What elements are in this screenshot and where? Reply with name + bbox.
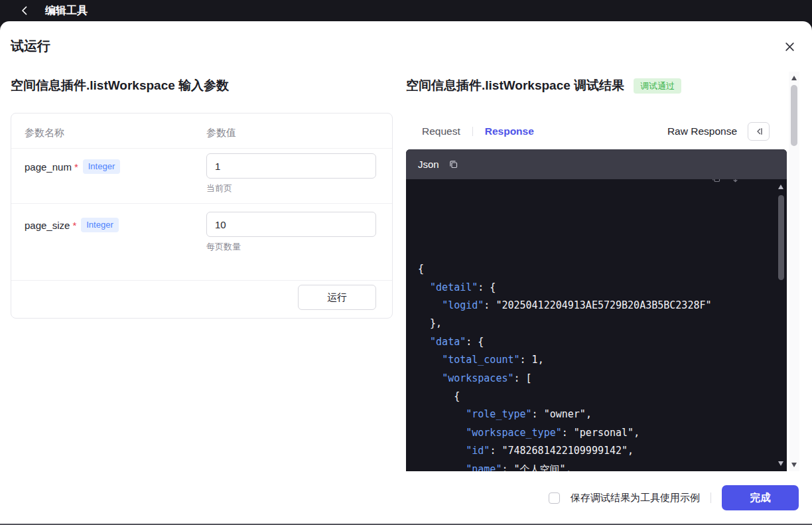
code-line: "role_type": "owner", bbox=[418, 406, 787, 423]
param-table: 参数名称 参数值 page_num * Integer 当前页 page_siz… bbox=[11, 113, 393, 319]
debug-result-heading: 空间信息插件.listWorkspace 调试结果 调试通过 bbox=[406, 77, 681, 94]
code-line: "data": { bbox=[418, 333, 787, 351]
required-asterisk: * bbox=[74, 161, 78, 173]
tab-request[interactable]: Request bbox=[422, 125, 460, 137]
status-badge: 调试通过 bbox=[634, 78, 681, 94]
result-tabs: Request Response Raw Response bbox=[406, 121, 787, 141]
param-row-name-block: page_size * Integer bbox=[25, 218, 119, 232]
copy-button[interactable] bbox=[448, 159, 458, 169]
format-label: Json bbox=[418, 159, 439, 170]
code-scrollbar[interactable] bbox=[776, 179, 787, 471]
required-asterisk: * bbox=[72, 220, 76, 231]
param-description: 每页数量 bbox=[206, 241, 241, 253]
save-example-label: 保存调试结果为工具使用示例 bbox=[571, 492, 700, 504]
json-code: { "detail": { "logid": "20250412204913AE… bbox=[406, 179, 787, 471]
code-line: { bbox=[418, 260, 787, 278]
code-line: { bbox=[418, 388, 787, 406]
type-badge: Integer bbox=[83, 159, 120, 174]
page-scrollbar-thumb[interactable] bbox=[791, 85, 797, 146]
param-row-name-block: page_num * Integer bbox=[25, 159, 120, 174]
code-line: "detail": { bbox=[418, 279, 787, 297]
scroll-up-arrow-icon[interactable] bbox=[791, 76, 797, 80]
collapse-panel-button[interactable] bbox=[748, 122, 770, 141]
column-header-param-value: 参数值 bbox=[206, 127, 236, 139]
page-title: 编辑工具 bbox=[45, 4, 88, 18]
code-line: "workspaces": [ bbox=[418, 370, 787, 388]
save-example-checkbox[interactable] bbox=[549, 492, 560, 504]
tab-response[interactable]: Response bbox=[485, 125, 534, 137]
chevron-left-icon bbox=[20, 5, 29, 16]
code-scrollbar-thumb[interactable] bbox=[778, 195, 784, 280]
param-name: page_num bbox=[25, 161, 72, 173]
close-button[interactable] bbox=[781, 38, 797, 54]
column-header-param-name: 参数名称 bbox=[25, 127, 64, 139]
raw-response-label: Raw Response bbox=[667, 125, 737, 137]
back-button[interactable] bbox=[20, 5, 29, 16]
scroll-down-arrow-icon[interactable] bbox=[778, 461, 783, 466]
code-line: "logid": "20250412204913AE5729B20A3B5BC2… bbox=[418, 297, 787, 315]
input-params-heading: 空间信息插件.listWorkspace 输入参数 bbox=[11, 77, 229, 94]
input-params-heading-text: 空间信息插件.listWorkspace 输入参数 bbox=[11, 77, 229, 94]
tab-separator bbox=[472, 127, 473, 136]
code-format-bar: Json bbox=[406, 149, 787, 179]
close-icon bbox=[784, 41, 795, 52]
table-divider bbox=[11, 148, 392, 149]
param-description: 当前页 bbox=[206, 183, 232, 194]
table-divider bbox=[11, 203, 392, 204]
code-line: "id": "7482681422109999142", bbox=[418, 442, 787, 460]
debug-result-heading-text: 空间信息插件.listWorkspace 调试结果 bbox=[406, 77, 624, 94]
footer-divider bbox=[710, 492, 711, 503]
test-run-modal: 试运行 空间信息插件.listWorkspace 输入参数 参数名称 参数值 p… bbox=[0, 21, 812, 525]
scrolled-toolbar-remnant bbox=[711, 179, 740, 183]
table-divider bbox=[11, 280, 392, 281]
copy-icon bbox=[711, 179, 721, 183]
param-value-input-page-size[interactable] bbox=[206, 212, 376, 237]
code-line: "name": "个人空间", bbox=[418, 461, 787, 471]
code-line: }, bbox=[418, 315, 787, 333]
expand-icon bbox=[730, 179, 740, 183]
code-line: "total_count": 1, bbox=[418, 351, 787, 369]
modal-footer: 保存调试结果为工具使用示例 完成 bbox=[549, 485, 799, 510]
code-line: "workspace_type": "personal", bbox=[418, 424, 787, 442]
response-code-panel: Json { "detail": { "logid": "20250412204… bbox=[406, 149, 787, 471]
collapse-panel-icon bbox=[754, 127, 764, 136]
scroll-down-arrow-icon[interactable] bbox=[791, 463, 797, 467]
param-name: page_size bbox=[25, 220, 70, 231]
param-value-input-page-num[interactable] bbox=[206, 153, 376, 179]
done-button[interactable]: 完成 bbox=[722, 485, 799, 510]
topbar: 编辑工具 bbox=[0, 0, 812, 21]
type-badge: Integer bbox=[81, 218, 118, 232]
copy-icon bbox=[448, 159, 458, 169]
modal-title: 试运行 bbox=[11, 37, 50, 55]
page-scrollbar[interactable] bbox=[789, 72, 799, 471]
scroll-up-arrow-icon[interactable] bbox=[778, 185, 783, 189]
run-button[interactable]: 运行 bbox=[298, 285, 376, 310]
